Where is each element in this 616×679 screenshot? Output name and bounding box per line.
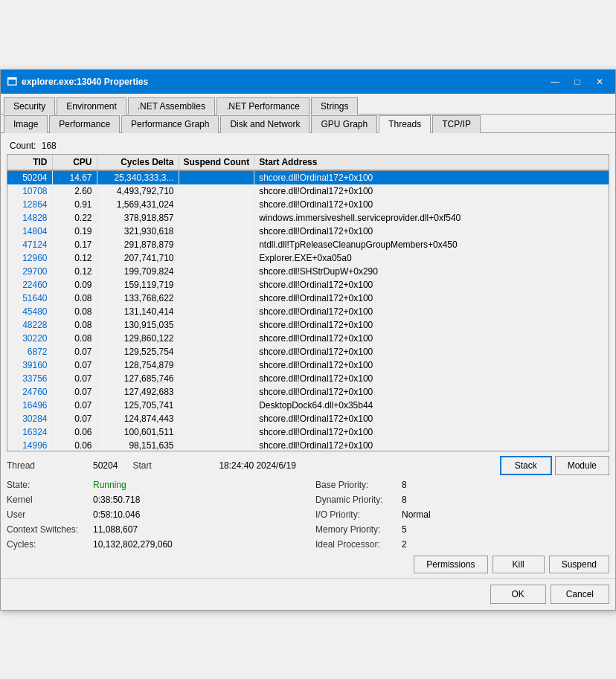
col-header-cycles[interactable]: Cycles Delta (97, 155, 179, 170)
base-priority-row: Base Priority: 8 (315, 478, 609, 492)
thread-table-body: 50204 14.67 25,340,333,3... shcore.dll!O… (7, 170, 609, 451)
table-row[interactable]: 24760 0.07 127,492,683 shcore.dll!Ordina… (7, 385, 609, 399)
title-bar: 🗔 explorer.exe:13040 Properties — □ ✕ (1, 70, 615, 94)
cell-cpu: 0.07 (52, 412, 97, 425)
table-row[interactable]: 12960 0.12 207,741,710 Explorer.EXE+0xa0… (7, 251, 609, 265)
col-header-suspend[interactable]: Suspend Count (179, 155, 254, 170)
cell-cpu: 0.07 (52, 399, 97, 412)
cell-tid: 30284 (7, 412, 52, 425)
table-row[interactable]: 6872 0.07 129,525,754 shcore.dll!Ordinal… (7, 345, 609, 358)
ok-button[interactable]: OK (490, 585, 546, 604)
thread-id-value: 50204 (93, 460, 118, 471)
table-row[interactable]: 12864 0.91 1,569,431,024 shcore.dll!Ordi… (7, 198, 609, 211)
cell-cycles: 321,930,618 (97, 225, 179, 238)
cell-addr: shcore.dll!Ordinal172+0x100 (254, 332, 609, 345)
table-row[interactable]: 10708 2.60 4,493,792,710 shcore.dll!Ordi… (7, 184, 609, 198)
kernel-label: Kernel (7, 495, 89, 505)
dynamic-priority-value: 8 (402, 495, 407, 505)
cell-cpu: 0.91 (52, 198, 97, 211)
col-header-tid[interactable]: TID (7, 155, 52, 170)
table-row[interactable]: 30220 0.08 129,860,122 shcore.dll!Ordina… (7, 332, 609, 345)
cell-cycles: 129,860,122 (97, 332, 179, 345)
stack-module-buttons: Stack Module (500, 456, 609, 475)
cell-cycles: 159,119,719 (97, 278, 179, 292)
table-row[interactable]: 39160 0.07 128,754,879 shcore.dll!Ordina… (7, 358, 609, 372)
table-row[interactable]: 14804 0.19 321,930,618 shcore.dll!Ordina… (7, 225, 609, 238)
stack-button[interactable]: Stack (500, 456, 552, 475)
tab-performance[interactable]: Performance (49, 115, 120, 133)
kill-button[interactable]: Kill (493, 556, 545, 573)
maximize-button[interactable]: □ (568, 74, 587, 89)
suspend-button[interactable]: Suspend (549, 556, 609, 573)
cell-tid: 29700 (7, 265, 52, 278)
table-row[interactable]: 50204 14.67 25,340,333,3... shcore.dll!O… (7, 170, 609, 184)
tab-net-performance[interactable]: .NET Performance (216, 97, 309, 115)
cell-suspend (179, 170, 254, 184)
cell-suspend (179, 345, 254, 358)
table-row[interactable]: 14996 0.06 98,151,635 shcore.dll!Ordinal… (7, 439, 609, 451)
tab-image[interactable]: Image (4, 115, 48, 133)
table-row[interactable]: 33756 0.07 127,685,746 shcore.dll!Ordina… (7, 372, 609, 385)
app-icon: 🗔 (7, 76, 17, 88)
start-row: Start 18:24:40 2024/6/19 (132, 459, 295, 472)
cell-addr: shcore.dll!Ordinal172+0x100 (254, 318, 609, 332)
thread-table-container[interactable]: TID CPU Cycles Delta Suspend Count Start… (7, 154, 609, 451)
col-header-addr[interactable]: Start Address (254, 155, 609, 170)
table-header-row: TID CPU Cycles Delta Suspend Count Start… (7, 155, 609, 170)
context-switches-label: Context Switches: (7, 524, 89, 535)
table-row[interactable]: 30284 0.07 124,874,443 shcore.dll!Ordina… (7, 412, 609, 425)
cell-cpu: 0.22 (52, 211, 97, 225)
tab-threads[interactable]: Threads (379, 115, 431, 133)
cell-addr: shcore.dll!Ordinal172+0x100 (254, 439, 609, 451)
cell-cpu: 0.12 (52, 251, 97, 265)
cell-addr: shcore.dll!Ordinal172+0x100 (254, 198, 609, 211)
cell-cpu: 0.08 (52, 318, 97, 332)
cell-suspend (179, 184, 254, 198)
permissions-button[interactable]: Permissions (414, 556, 487, 573)
minimize-button[interactable]: — (545, 74, 565, 89)
cell-suspend (179, 278, 254, 292)
cell-suspend (179, 399, 254, 412)
cell-addr: shcore.dll!Ordinal172+0x100 (254, 372, 609, 385)
tab-net-assemblies[interactable]: .NET Assemblies (128, 97, 215, 115)
cell-addr: shcore.dll!SHStrDupW+0x290 (254, 265, 609, 278)
cell-cpu: 0.07 (52, 372, 97, 385)
tab-security[interactable]: Security (4, 97, 55, 115)
close-button[interactable]: ✕ (590, 74, 609, 89)
cell-addr: ntdll.dll!TpReleaseCleanupGroupMembers+0… (254, 238, 609, 251)
thread-info: Thread 50204 Start 18:24:40 2024/6/19 (7, 459, 296, 472)
table-row[interactable]: 16324 0.06 100,601,511 shcore.dll!Ordina… (7, 425, 609, 439)
cell-cpu: 0.17 (52, 238, 97, 251)
table-row[interactable]: 14828 0.22 378,918,857 windows.immersive… (7, 211, 609, 225)
tab-performance-graph[interactable]: Performance Graph (121, 115, 219, 133)
tab-environment[interactable]: Environment (57, 97, 126, 115)
user-value: 0:58:10.046 (93, 509, 140, 520)
cell-cycles: 133,768,622 (97, 292, 179, 305)
cell-cpu: 0.08 (52, 305, 97, 318)
cancel-button[interactable]: Cancel (551, 585, 609, 604)
cell-tid: 14804 (7, 225, 52, 238)
module-button[interactable]: Module (555, 456, 609, 475)
table-row[interactable]: 16496 0.07 125,705,741 DesktopDock64.dll… (7, 399, 609, 412)
cell-cpu: 0.07 (52, 358, 97, 372)
col-header-cpu[interactable]: CPU (52, 155, 97, 170)
dynamic-priority-label: Dynamic Priority: (315, 495, 397, 505)
table-row[interactable]: 45480 0.08 131,140,414 shcore.dll!Ordina… (7, 305, 609, 318)
tab-tcp-ip[interactable]: TCP/IP (432, 115, 481, 133)
kernel-value: 0:38:50.718 (93, 495, 140, 505)
tab-strings[interactable]: Strings (311, 97, 358, 115)
tab-gpu-graph[interactable]: GPU Graph (311, 115, 377, 133)
context-switches-row: Context Switches: 11,088,607 (7, 523, 301, 536)
cell-addr: shcore.dll!Ordinal172+0x100 (254, 425, 609, 439)
table-row[interactable]: 29700 0.12 199,709,824 shcore.dll!SHStrD… (7, 265, 609, 278)
table-row[interactable]: 22460 0.09 159,119,719 shcore.dll!Ordina… (7, 278, 609, 292)
table-row[interactable]: 48228 0.08 130,915,035 shcore.dll!Ordina… (7, 318, 609, 332)
table-row[interactable]: 51640 0.08 133,768,622 shcore.dll!Ordina… (7, 292, 609, 305)
cell-tid: 30220 (7, 332, 52, 345)
cell-tid: 12960 (7, 251, 52, 265)
table-row[interactable]: 47124 0.17 291,878,879 ntdll.dll!TpRelea… (7, 238, 609, 251)
cell-cpu: 14.67 (52, 170, 97, 184)
cell-tid: 10708 (7, 184, 52, 198)
user-label: User (7, 509, 89, 520)
tab-disk-network[interactable]: Disk and Network (220, 115, 309, 133)
